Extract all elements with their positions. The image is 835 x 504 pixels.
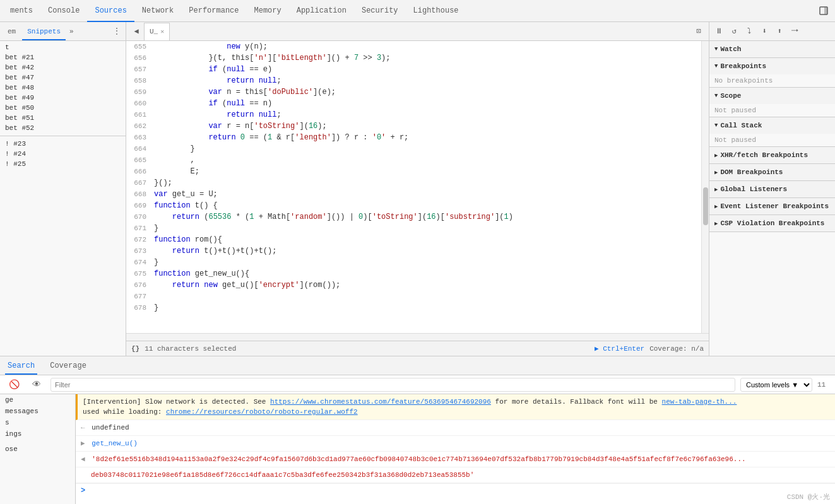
- warning-link1[interactable]: https://www.chromestatus.com/feature/563…: [270, 398, 491, 406]
- tab-application[interactable]: Application: [289, 0, 354, 22]
- line-num-671: 671: [126, 223, 151, 234]
- event-header[interactable]: ▶ Event Listener Breakpoints: [709, 198, 835, 214]
- tab-security[interactable]: Security: [354, 0, 406, 22]
- watch-header[interactable]: ▼ Watch: [709, 41, 835, 57]
- code-vscrollbar[interactable]: [701, 41, 709, 333]
- xhr-header[interactable]: ▶ XHR/fetch Breakpoints: [709, 147, 835, 163]
- code-hscrollbar[interactable]: [126, 333, 709, 341]
- sidebar-item-t[interactable]: t: [0, 42, 126, 52]
- callstack-header[interactable]: ▼ Call Stack: [709, 117, 835, 134]
- code-line-662: 662 var r = n['toString'](16);: [126, 120, 701, 132]
- editor-tabs: ◀ U_ ✕ ⊡: [126, 22, 709, 41]
- editor-tab-u[interactable]: U_ ✕: [144, 23, 170, 40]
- tab-network[interactable]: Network: [134, 0, 181, 22]
- code-line-661: 661 return null;: [126, 109, 701, 120]
- line-num-660: 660: [126, 98, 151, 109]
- dom-header[interactable]: ▶ DOM Breakpoints: [709, 164, 835, 180]
- tab-lighthouse[interactable]: Lighthouse: [406, 0, 466, 22]
- step-over-btn[interactable]: ⤵: [742, 25, 756, 38]
- console-left-s[interactable]: s: [0, 417, 75, 428]
- sidebar-item-52[interactable]: bet #52: [0, 123, 126, 133]
- pause-btn[interactable]: ⏸: [712, 25, 726, 38]
- sidebar-more-btn[interactable]: »: [69, 28, 74, 35]
- step-into-btn[interactable]: ⬇: [757, 25, 771, 38]
- console-left-messages[interactable]: messages: [0, 406, 75, 417]
- console-left-ings[interactable]: ings: [0, 428, 75, 440]
- tab-elements[interactable]: ments: [3, 0, 40, 22]
- sidebar-kebab-btn[interactable]: ⋮: [110, 26, 123, 36]
- sidebar-item-42[interactable]: bet #42: [0, 62, 126, 73]
- line-num-666: 666: [126, 166, 151, 177]
- console-level-select[interactable]: Custom levels ▼: [740, 378, 812, 392]
- code-line-678: 678}: [126, 302, 701, 314]
- editor-nav-back[interactable]: ◀: [129, 24, 144, 39]
- global-header[interactable]: ▶ Global Listeners: [709, 181, 835, 197]
- log-entry-string2: deb03748c0117021e98e6f1a185d8e6f726cc14d…: [76, 467, 835, 483]
- sidebar-item-48[interactable]: bet #48: [0, 83, 126, 93]
- scope-header[interactable]: ▼ Scope: [709, 88, 835, 104]
- line-num-674: 674: [126, 257, 151, 268]
- editor-tab-close[interactable]: ✕: [160, 28, 164, 35]
- tab-sources[interactable]: Sources: [87, 0, 134, 22]
- csp-label: CSP Violation Breakpoints: [720, 220, 824, 227]
- console-clear-btn[interactable]: 🚫: [5, 376, 23, 394]
- tab-performance[interactable]: Performance: [181, 0, 246, 22]
- string-expand[interactable]: ◀: [81, 455, 85, 463]
- console-left-ose[interactable]: ose: [0, 443, 75, 455]
- line-code-660: if (null == n): [151, 98, 272, 109]
- run-label[interactable]: ▶ Ctrl+Enter: [595, 344, 644, 353]
- step-btn[interactable]: ⭢: [788, 25, 802, 38]
- tab-console[interactable]: Console: [40, 0, 87, 22]
- sidebar-item-25[interactable]: ! #25: [0, 159, 126, 169]
- tab-memory[interactable]: Memory: [247, 0, 289, 22]
- xhr-section: ▶ XHR/fetch Breakpoints: [709, 147, 835, 164]
- code-line-672: 672function rom(){: [126, 234, 701, 245]
- tab-search[interactable]: Search: [5, 357, 37, 375]
- sidebar-tab-snippets[interactable]: Snippets: [22, 23, 66, 40]
- sidebar-item-24[interactable]: ! #24: [0, 149, 126, 159]
- global-label: Global Listeners: [720, 185, 787, 193]
- warning-text-used: used while loading:: [83, 408, 166, 416]
- event-section: ▶ Event Listener Breakpoints: [709, 198, 835, 215]
- sidebar-item-23[interactable]: ! #23: [0, 139, 126, 149]
- sidebar-tab-em[interactable]: em: [3, 23, 21, 40]
- fn-expand[interactable]: ▶: [81, 440, 85, 447]
- bottom-area: Search Coverage 🚫 👁 Custom levels ▼ 11 g…: [0, 356, 835, 504]
- step-out-btn[interactable]: ⬆: [773, 25, 786, 38]
- dom-arrow: ▶: [714, 169, 718, 176]
- console-left-ge[interactable]: ge: [0, 394, 75, 406]
- event-label: Event Listener Breakpoints: [720, 202, 829, 210]
- resume-btn[interactable]: ↺: [727, 25, 741, 38]
- sidebar-item-21[interactable]: bet #21: [0, 52, 126, 62]
- editor-format-btn[interactable]: ⊡: [691, 24, 706, 39]
- code-content[interactable]: 655 new y(n);656 }(t, this['n']['bitLeng…: [126, 41, 701, 333]
- line-code-674: }: [151, 257, 158, 268]
- line-num-663: 663: [126, 132, 151, 143]
- csp-header[interactable]: ▶ CSP Violation Breakpoints: [709, 215, 835, 231]
- code-line-660: 660 if (null == n): [126, 98, 701, 109]
- code-vscrollbar-thumb[interactable]: [703, 187, 708, 225]
- code-line-665: 665 ,: [126, 155, 701, 166]
- console-filter-input[interactable]: [50, 378, 735, 392]
- tab-coverage[interactable]: Coverage: [47, 357, 89, 375]
- sidebar-item-47[interactable]: bet #47: [0, 73, 126, 83]
- scope-label: Scope: [720, 92, 741, 100]
- warning-link2[interactable]: new-tab-page-th...: [662, 398, 737, 406]
- console-input[interactable]: [89, 487, 830, 495]
- line-code-656: }(t, this['n']['bitLength']() + 7 >> 3);: [151, 52, 391, 64]
- left-sidebar: em Snippets » ⋮ t bet #21 bet #42 bet #4…: [0, 22, 126, 356]
- sidebar-divider: [0, 136, 126, 136]
- sidebar-item-49[interactable]: bet #49: [0, 93, 126, 103]
- sidebar-item-50[interactable]: bet #50: [0, 103, 126, 113]
- sidebar-item-51[interactable]: bet #51: [0, 113, 126, 123]
- dock-icon[interactable]: [815, 2, 832, 20]
- code-line-673: 673 return t()+t()+t()+t();: [126, 245, 701, 257]
- breakpoints-header[interactable]: ▼ Breakpoints: [709, 58, 835, 74]
- breakpoints-section: ▼ Breakpoints No breakpoints: [709, 58, 835, 88]
- log-entry-string: ◀ '8d2ef61e5516b348d194a1153a0a2f9e324c2…: [76, 452, 835, 467]
- line-code-657: if (null == e): [151, 64, 272, 75]
- code-line-669: 669function t() {: [126, 200, 701, 211]
- warning-link3[interactable]: chrome://resources/roboto/roboto-regular…: [166, 408, 358, 416]
- console-eye-btn[interactable]: 👁: [28, 376, 45, 394]
- xhr-arrow: ▶: [714, 152, 718, 159]
